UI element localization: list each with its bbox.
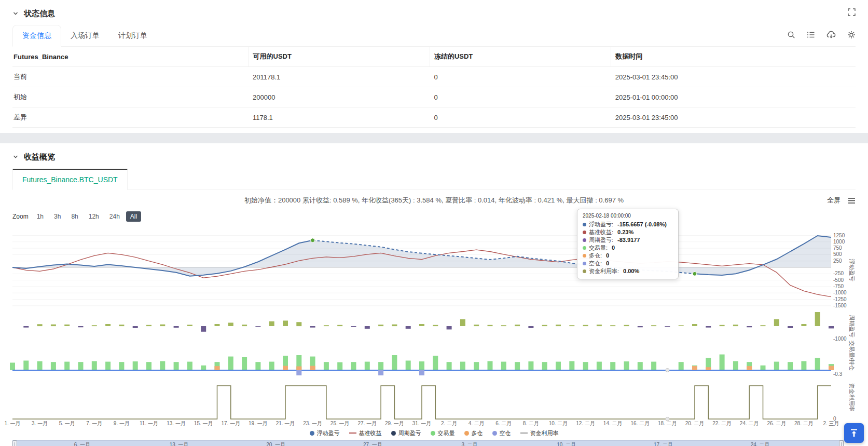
y-axis-label: 500 [833, 251, 842, 257]
volume-bar [351, 362, 356, 370]
period-pnl-bar [829, 326, 834, 329]
long-position-bar [706, 367, 711, 370]
navigator-handle-right[interactable] [839, 440, 844, 446]
profit-chart[interactable]: 12501000750500250-250-500-750-1000-1250-… [12, 223, 856, 428]
profit-tabs-bar: Futures_Binance.BTC_USDT [12, 167, 856, 190]
zoom-button[interactable]: 3h [50, 211, 65, 222]
x-axis-label: 27. 一月 [357, 421, 377, 426]
settings-icon[interactable] [847, 31, 856, 39]
y-axis-title: 浮动盈亏 [849, 259, 855, 281]
navigator-label: 13. 一月 [170, 441, 189, 446]
table-cell: 2025-03-01 23:45:00 [611, 67, 856, 87]
utilization-step-line [12, 386, 831, 419]
x-axis-label: 24. 二月 [740, 421, 759, 426]
cloud-download-icon[interactable] [826, 31, 836, 39]
navigator-label: 20. 一月 [266, 441, 285, 446]
y-axis-label: -750 [833, 283, 844, 289]
status-tab[interactable]: 计划订单 [109, 25, 157, 46]
chevron-down-icon[interactable] [12, 154, 19, 160]
long-position-bar [829, 366, 834, 370]
legend-item[interactable]: 交易量 [431, 429, 455, 437]
status-tab[interactable]: 入场订单 [61, 25, 109, 46]
legend-item[interactable]: 基准收益 [349, 429, 382, 437]
legend-item[interactable]: 周期盈亏 [391, 429, 421, 437]
zoom-controls: Zoom 1h3h8h12h24hAll [12, 211, 856, 222]
status-tab[interactable]: 资金信息 [12, 25, 61, 47]
series-color-dot [583, 254, 586, 258]
legend-item[interactable]: 空仓 [492, 429, 511, 437]
chart-navigator[interactable]: 6. 一月13. 一月20. 一月27. 一月3. 二月10. 二月17. 二月… [12, 440, 844, 446]
menu-icon[interactable] [848, 197, 856, 204]
volume-bar [597, 362, 602, 370]
x-axis-label: 26. 二月 [767, 421, 786, 426]
zoom-button[interactable]: All [126, 211, 141, 222]
period-pnl-bar [501, 325, 506, 326]
period-pnl-bar [392, 325, 397, 326]
period-pnl-bar [433, 325, 438, 326]
y-axis-label: 250 [833, 258, 842, 264]
table-cell: 1178.1 [249, 107, 430, 128]
symbol-tab[interactable]: Futures_Binance.BTC_USDT [12, 169, 128, 190]
series-color-dot [583, 223, 586, 226]
zoom-button[interactable]: 8h [67, 211, 82, 222]
period-pnl-bar [146, 325, 151, 326]
search-icon[interactable] [787, 31, 795, 39]
chart-fullscreen-link[interactable]: 全屏 [827, 196, 841, 205]
legend-item[interactable]: 多仓 [464, 429, 483, 437]
table-row: 初始20000002025-01-01 00:00:00 [12, 87, 856, 107]
tooltip-row: 多仓:0 [583, 252, 673, 260]
volume-bar [679, 362, 684, 370]
period-pnl-bar [51, 325, 56, 326]
y-axis-label: -0.3 [833, 371, 843, 377]
x-axis-label: 23. 一月 [303, 421, 322, 426]
period-pnl-bar [774, 319, 779, 326]
y-axis-label: -1000 [833, 336, 847, 342]
table-cell: 差异 [12, 107, 249, 128]
period-pnl-bar [515, 325, 520, 326]
x-axis-label: 11. 一月 [140, 421, 158, 426]
x-axis-label: 10. 二月 [549, 421, 568, 426]
period-pnl-bar [556, 325, 561, 326]
volume-bar [78, 362, 84, 370]
series-color-dot [583, 246, 586, 250]
period-pnl-bar [488, 325, 493, 326]
long-position-bar [215, 366, 220, 370]
unordered-list-icon[interactable] [807, 31, 815, 39]
fullscreen-icon[interactable] [848, 8, 856, 18]
period-pnl-bar [37, 324, 43, 326]
short-position-bar [419, 370, 424, 375]
zoom-button[interactable]: 12h [85, 211, 103, 222]
y-axis-label: -1000 [833, 290, 847, 295]
x-axis-label: 17. 一月 [221, 421, 240, 426]
x-axis-label: 20. 二月 [685, 421, 705, 426]
navigator-handle-left[interactable] [12, 440, 17, 446]
table-cell[interactable]: 当前 [12, 67, 249, 87]
series-color-dot [583, 231, 586, 234]
period-pnl-bar [460, 319, 465, 326]
chevron-down-icon[interactable] [12, 10, 19, 17]
zoom-button[interactable]: 24h [105, 211, 124, 222]
series-marker [311, 238, 315, 242]
table-header-cell: Futures_Binance [12, 47, 249, 67]
period-pnl-bar [474, 325, 479, 326]
legend-item[interactable]: 资金利用率 [520, 429, 559, 437]
profit-header: 收益概览 [12, 150, 856, 164]
volume-bar [160, 361, 165, 370]
back-to-top-button[interactable] [844, 423, 864, 443]
table-cell: 0 [430, 67, 611, 87]
volume-bar [228, 357, 233, 370]
x-axis-label: 3. 一月 [32, 421, 48, 426]
volume-bar [406, 361, 411, 371]
x-axis-label: 5. 一月 [59, 421, 75, 426]
legend-item[interactable]: 浮动盈亏 [310, 429, 340, 437]
volume-bar [556, 362, 561, 370]
chart-tooltip: 2025-02-18 00:00:00 浮动盈亏:-155.6657 (-0.0… [577, 209, 679, 279]
table-header-cell: 数据时间 [611, 47, 856, 67]
x-axis-label: 31. 一月 [412, 421, 432, 426]
zoom-button[interactable]: 1h [33, 211, 48, 222]
period-pnl-bar [706, 326, 711, 328]
period-pnl-bar [419, 324, 424, 326]
period-pnl-bar [283, 321, 288, 327]
volume-bar [365, 362, 370, 370]
volume-bar [583, 362, 588, 370]
